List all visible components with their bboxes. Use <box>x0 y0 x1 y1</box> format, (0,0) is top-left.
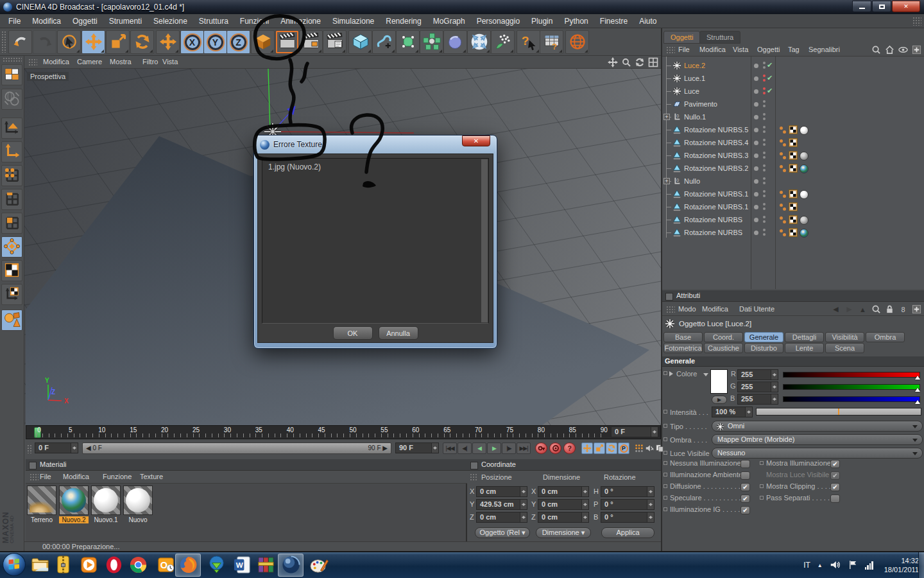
render-visibility-dot[interactable] <box>763 233 766 236</box>
tab-lente[interactable]: Lente <box>785 343 824 353</box>
anim-dot[interactable] <box>760 461 764 465</box>
up-icon[interactable]: ▲ <box>858 304 868 314</box>
material-thumbnail-white[interactable] <box>123 486 153 515</box>
add-panel-icon[interactable] <box>912 45 921 55</box>
orange-dots-tag[interactable] <box>780 164 787 173</box>
object-row[interactable]: Luce✔ <box>662 85 924 98</box>
material-earth-tag[interactable] <box>800 229 809 238</box>
object-row[interactable]: Rotazione NURBS.1 <box>662 200 924 213</box>
texture-tag[interactable] <box>789 125 798 136</box>
tab-generale[interactable]: Generale <box>744 332 783 342</box>
render-visibility-dot[interactable] <box>763 130 766 133</box>
color-mode-dropdown-icon[interactable] <box>703 373 708 379</box>
menu-strumenti[interactable]: Strumenti <box>103 15 148 28</box>
orange-dots-tag[interactable] <box>780 139 787 148</box>
object-name[interactable]: Pavimento <box>684 100 717 108</box>
texture-tag[interactable] <box>789 189 798 200</box>
anim-dot[interactable] <box>663 507 667 511</box>
enabled-check-icon[interactable]: ✔ <box>767 61 773 69</box>
attributes-grip[interactable] <box>666 306 675 313</box>
coord-mode-dropdown[interactable]: Oggetto (Rel ▾ <box>475 527 530 538</box>
anim-dot[interactable] <box>663 473 667 477</box>
texture-tag[interactable] <box>789 164 798 174</box>
winrar-taskbar-button[interactable] <box>252 554 278 577</box>
r-slider[interactable] <box>783 372 920 378</box>
intensity-field[interactable]: 100 % <box>712 407 753 417</box>
editor-visibility-dot[interactable] <box>763 62 766 64</box>
editor-visibility-dot[interactable] <box>763 126 766 128</box>
object-name[interactable]: Luce.2 <box>684 62 705 69</box>
skip-end-button[interactable]: ▶▶| <box>517 442 531 454</box>
material-thumbnail-white[interactable] <box>91 486 121 515</box>
layer-dot-icon[interactable] <box>754 205 758 209</box>
tab-fotometrica[interactable]: Fotometrica <box>663 343 703 353</box>
editor-visibility-dot[interactable] <box>763 164 766 167</box>
history-icon[interactable]: 8 <box>898 304 908 314</box>
texture-mode-button[interactable] <box>1 260 22 281</box>
pos-y-field[interactable]: 429.53 cm <box>476 499 527 510</box>
checkbox[interactable]: ✔ <box>740 506 750 514</box>
ombra-dropdown[interactable]: Mappe Ombre (Morbide) <box>712 434 923 445</box>
menubar-grip[interactable] <box>912 17 921 26</box>
winzip-taskbar-button[interactable] <box>50 554 76 577</box>
axis-z-button[interactable]: Z <box>227 30 250 54</box>
object-name[interactable]: Rotazione NURBS.2 <box>684 164 748 172</box>
material-item[interactable]: Nuovo.1 <box>91 486 122 523</box>
menu-aiuto[interactable]: Aiuto <box>633 15 662 28</box>
tab-struttura[interactable]: Struttura <box>699 31 740 44</box>
search-icon[interactable] <box>871 45 881 55</box>
checkbox[interactable]: ✔ <box>830 483 840 491</box>
render-visibility-dot[interactable] <box>763 92 766 94</box>
texture-tag[interactable] <box>789 151 798 161</box>
expand-toggle-icon[interactable]: + <box>663 178 670 184</box>
expand-selection-button[interactable] <box>467 30 491 54</box>
sound-button[interactable] <box>644 442 654 454</box>
enabled-check-icon[interactable]: ✔ <box>767 74 773 82</box>
size-mode-dropdown[interactable]: Dimensione ▾ <box>536 527 591 538</box>
tipo-dropdown[interactable]: Omni <box>712 421 923 432</box>
layer-dot-icon[interactable] <box>754 115 758 119</box>
object-row[interactable]: Rotazione NURBS <box>662 213 924 226</box>
make-editable-button[interactable] <box>1 64 22 85</box>
render-visibility-dot[interactable] <box>763 118 766 120</box>
tray-expand-icon[interactable]: ▲ <box>817 563 823 568</box>
dim-y-field[interactable]: 0 cm <box>538 499 589 510</box>
g-field[interactable]: 255 <box>737 381 778 392</box>
anim-dot[interactable] <box>663 461 667 465</box>
move-button[interactable] <box>81 30 105 54</box>
orange-dots-tag[interactable] <box>780 229 787 238</box>
om-menu-file[interactable]: File <box>678 46 690 53</box>
menu-struttura[interactable]: Struttura <box>193 15 234 28</box>
record-position-button[interactable] <box>535 442 547 454</box>
minimize-button[interactable] <box>852 1 871 12</box>
enabled-check-icon[interactable]: ✔ <box>767 87 773 95</box>
object-name[interactable]: Luce.1 <box>684 74 705 82</box>
texture-edit-button[interactable] <box>1 236 22 258</box>
eye-icon[interactable] <box>898 45 908 55</box>
vp-toggle-icon[interactable] <box>648 57 658 67</box>
snap-button[interactable] <box>1 310 22 331</box>
render-visibility-dot[interactable] <box>763 66 766 69</box>
object-name[interactable]: Rotazione NURBS <box>684 216 742 223</box>
menu-file[interactable]: File <box>3 15 26 28</box>
material-item[interactable]: Nuovo.2 <box>59 486 90 523</box>
render-visibility-dot[interactable] <box>763 156 766 159</box>
points-mode-button[interactable] <box>1 165 22 186</box>
menu-mograph[interactable]: MoGraph <box>427 15 471 28</box>
coord-system-button[interactable] <box>251 30 275 54</box>
menu-oggetti[interactable]: Oggetti <box>67 15 103 28</box>
layer-dot-icon[interactable] <box>754 166 758 171</box>
anim-dot[interactable] <box>663 371 667 375</box>
attr-menu-dati-utente[interactable]: Dati Utente <box>739 305 774 313</box>
object-name[interactable]: Nullo <box>684 177 700 185</box>
menu-modifica[interactable]: Modifica <box>26 15 67 28</box>
play-forward-button[interactable]: ▶ <box>487 442 501 454</box>
rot-b-field[interactable]: 0 ° <box>601 512 654 523</box>
checkbox[interactable]: ✔ <box>740 483 750 491</box>
key-scale-button[interactable] <box>594 442 605 454</box>
vp-pan-icon[interactable] <box>608 57 618 67</box>
object-name[interactable]: Nullo.1 <box>684 113 706 121</box>
rotate-button[interactable] <box>130 30 154 54</box>
render-visibility-dot[interactable] <box>763 143 766 146</box>
orange-dots-tag[interactable] <box>780 203 787 212</box>
